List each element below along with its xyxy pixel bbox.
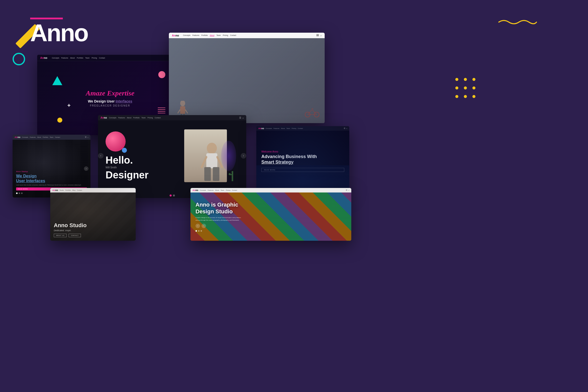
card-graphic-arrows: ‹ › (195, 224, 246, 228)
nav-link-contact: Contact (99, 57, 105, 59)
card-office-logo: Anno (172, 34, 179, 37)
retro-highlight: Interfaces (116, 99, 132, 103)
arrow-next[interactable]: › (202, 224, 206, 228)
hamburger-icon (316, 34, 319, 36)
city-lights (256, 165, 349, 191)
retro-yellow-circle (57, 118, 62, 123)
retro-pink-circle (158, 71, 165, 78)
card-graphic-desc: Graphic design is the process of visual … (195, 216, 246, 221)
squiggle-decor (498, 18, 538, 29)
gdot-2 (198, 230, 200, 232)
nav-contact: Contact (230, 34, 236, 36)
hamburger-icon-g: ☰ (346, 189, 347, 191)
card-retro-nav-logo: Anno (40, 56, 47, 59)
card-studio-body: Anno Studio Dedicated. Inspir. ABOUT US … (50, 192, 136, 241)
nd-features: Features (118, 117, 125, 119)
gdot-3 (201, 230, 202, 232)
svg-rect-18 (204, 167, 211, 181)
card-graphic-icons: ☰ ⌕ (346, 189, 349, 191)
nav-pricing: Pricing (223, 34, 228, 36)
main-logo: Anno (30, 18, 88, 45)
card-designer-arrow-right[interactable]: › (241, 153, 246, 159)
svg-point-24 (229, 173, 231, 175)
card-designer-right (172, 129, 239, 182)
card-graphic: Anno Concepts Features About Team Pricin… (190, 188, 351, 241)
nd-team: Team (141, 117, 146, 119)
dot (472, 78, 475, 81)
card-office-nav: Anno Concepts Features Portfolio About T… (169, 33, 325, 38)
retro-sub2-text: FREELANCER DESIGNER (90, 104, 130, 107)
nd-contact: Contact (155, 117, 161, 119)
gdot-1 (195, 230, 197, 232)
dot (455, 95, 458, 98)
ng-concepts: Concepts (200, 189, 206, 191)
search-icon-sm: ⌕ (87, 136, 88, 138)
nk-team: Team (50, 136, 54, 138)
card-designer-nav-links: Concepts Features About Portfolio Team P… (109, 117, 161, 119)
card-designer-left: Hello. Will Smith Designer (106, 131, 172, 180)
nav-link-concepts: Concepts (52, 57, 59, 59)
card-designer-body: ‹ Hello. Will Smith Designer (98, 120, 246, 191)
svg-point-10 (180, 101, 185, 106)
ng-about: About (215, 189, 219, 191)
person-silhouette (199, 142, 224, 182)
svg-line-13 (185, 110, 188, 113)
card-office-content: Anno Concepts Features Portfolio About T… (169, 33, 325, 123)
hamburger-icon-sm: ☰ (85, 136, 86, 138)
dots-grid-decor (455, 78, 477, 100)
search-icon-g: ⌕ (348, 189, 349, 191)
card-office-nav-icons: ⌕ (316, 34, 322, 37)
dot (464, 86, 467, 89)
retro-title-text: Amaze Expertise (86, 89, 134, 97)
card-designer-logo: Anno (101, 116, 107, 119)
ng-pricing: Pricing (226, 189, 230, 191)
search-icon-d: ⌕ (242, 117, 244, 119)
svg-line-12 (178, 110, 180, 113)
nk-contact: Contact (55, 136, 60, 138)
svg-line-20 (202, 157, 206, 167)
room-decor (169, 38, 325, 123)
card-graphic-content: Anno Concepts Features About Team Pricin… (190, 188, 351, 241)
nav-team: Team (216, 34, 221, 36)
nk-about: About (37, 136, 41, 138)
card-designer-arrow-left[interactable]: ‹ (98, 153, 104, 159)
graphic-title-line2: Design Studio (195, 208, 233, 215)
dot (455, 78, 458, 81)
nd-about: About (127, 117, 131, 119)
svg-rect-19 (213, 167, 219, 181)
card-business-content: Anno Concepts Features About Team Pricin… (256, 126, 349, 191)
card-office-nav-links: Concepts Features Portfolio About Team P… (183, 34, 236, 36)
card-designer-hello: Hello. (106, 155, 172, 165)
bicycle-decor (305, 106, 320, 119)
card-graphic-dots (195, 230, 246, 232)
card-retro-nav-links: Concepts Features About Portfolio Team P… (52, 57, 105, 59)
card-graphic-title: Anno is Graphic Design Studio (195, 202, 246, 215)
ng-team: Team (221, 189, 224, 191)
logo-bar (30, 18, 63, 19)
ng-contact: Contact (232, 189, 237, 191)
nk-concepts: Concepts (22, 136, 28, 138)
pink-bubble (106, 131, 126, 152)
card-designer-nav-icons: ☰ ⌕ (239, 117, 244, 119)
card-studio-content: Anno Studio Portfolio Blog Contact Anno … (50, 188, 136, 241)
nk-portfolio: Portfolio (43, 136, 48, 138)
card-designer-name: Will Smith (106, 166, 172, 169)
svg-point-16 (207, 143, 217, 154)
card-keyboard-logo: Anno (15, 136, 20, 138)
card-designer-role: Designer (106, 170, 172, 180)
nav-link-pricing: Pricing (91, 57, 97, 59)
nav-portfolio: Portfolio (201, 34, 208, 36)
nd-portfolio: Portfolio (133, 117, 140, 119)
ng-features: Features (208, 189, 214, 191)
nav-about: About (210, 34, 214, 36)
card-graphic-logo: Anno (192, 189, 198, 191)
logo-text: Anno (30, 21, 88, 45)
svg-rect-11 (180, 106, 185, 114)
hamburger-icon-d: ☰ (239, 117, 241, 119)
arrow-prev[interactable]: ‹ (195, 224, 200, 228)
nav-link-features: Features (61, 57, 68, 59)
card-keyboard-arrow[interactable]: › (84, 166, 88, 171)
card-designer-purple-blob (221, 141, 236, 171)
svg-rect-22 (232, 171, 233, 181)
card-designer-content: Anno Concepts Features About Portfolio T… (98, 115, 246, 198)
